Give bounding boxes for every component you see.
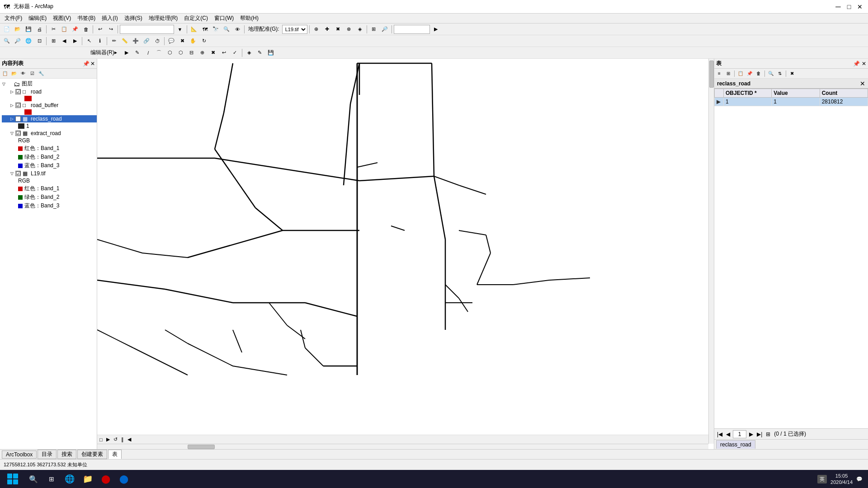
- reclass-road-checkbox[interactable]: ☑: [15, 116, 21, 122]
- table-btn-options[interactable]: ≡: [715, 70, 723, 78]
- map-nav-btn5[interactable]: ◀: [126, 436, 132, 442]
- l19-checkbox[interactable]: ☑: [15, 171, 21, 176]
- close-button[interactable]: ✕: [855, 2, 864, 11]
- toc-pin-button[interactable]: 📌: [83, 61, 90, 67]
- open-button[interactable]: 📂: [13, 24, 23, 34]
- georef-btn1[interactable]: ⊕: [311, 24, 321, 34]
- undo-button[interactable]: ↩: [95, 24, 105, 34]
- zoom-in[interactable]: 🔍: [2, 36, 12, 46]
- georef-btn5[interactable]: ◈: [355, 24, 365, 34]
- toc-item-reclass-road[interactable]: ▷ ☑ ▦ reclass_road: [2, 115, 97, 122]
- tab-create-features[interactable]: 创建要素: [77, 450, 107, 459]
- time-slider[interactable]: ⏱: [152, 36, 162, 46]
- menu-customize[interactable]: 自定义(C): [181, 14, 211, 23]
- table-btn-copy[interactable]: 📋: [736, 70, 745, 78]
- col-objectid[interactable]: OBJECTID *: [724, 89, 772, 98]
- nav-prev[interactable]: ◀: [725, 431, 731, 437]
- map-area[interactable]: □ ▶ ↺ ‖ ◀: [97, 59, 714, 449]
- editor-edit[interactable]: ✎: [255, 48, 265, 58]
- toc-item-road[interactable]: ▷ ☑ □ road: [2, 88, 97, 95]
- toc-group-layers[interactable]: ▽ 🗂 图层: [0, 80, 97, 88]
- redo-button[interactable]: ↪: [106, 24, 116, 34]
- editor-snapping[interactable]: ◈: [244, 48, 254, 58]
- magnifier[interactable]: 🔍: [222, 24, 231, 34]
- map-canvas[interactable]: [97, 59, 714, 449]
- map-nav-btn1[interactable]: □: [98, 437, 104, 442]
- table-row[interactable]: ▶ 1 1 2810812: [715, 98, 868, 106]
- delete-button[interactable]: 🗑: [81, 24, 91, 34]
- table-btn-select[interactable]: ⊞: [724, 70, 732, 78]
- tab-catalog[interactable]: 目录: [38, 450, 57, 459]
- maximize-button[interactable]: □: [844, 2, 854, 11]
- editor-btn11[interactable]: ✓: [230, 48, 240, 58]
- full-extent[interactable]: ⊞: [48, 36, 58, 46]
- table-body-wrapper[interactable]: OBJECTID * Value Count ▶ 1 1 2810812: [714, 89, 868, 428]
- tab-search[interactable]: 搜索: [57, 450, 76, 459]
- editor-btn1[interactable]: ▶: [122, 48, 132, 58]
- table-btn-sort[interactable]: ⇅: [776, 70, 784, 78]
- toc-item-extract-road[interactable]: ▽ ☑ ▦ extract_road: [2, 130, 97, 137]
- save-button[interactable]: 💾: [24, 24, 33, 34]
- editor-btn4[interactable]: ⌒: [154, 48, 164, 58]
- zoom-out[interactable]: 🔎: [13, 36, 23, 46]
- map-tips[interactable]: 💬: [166, 36, 176, 46]
- rotate-tool[interactable]: ↻: [199, 36, 209, 46]
- map-hscroll-thumb[interactable]: [188, 445, 215, 449]
- table-btn-delete[interactable]: 🗑: [755, 70, 763, 78]
- map-nav-btn4[interactable]: ‖: [120, 436, 125, 442]
- georef-btn2[interactable]: ✚: [322, 24, 332, 34]
- menu-geoprocessing[interactable]: 地理处理(R): [146, 14, 181, 23]
- georef-btn3[interactable]: ✖: [333, 24, 343, 34]
- col-value[interactable]: Value: [772, 89, 820, 98]
- nav-next[interactable]: ▶: [748, 431, 754, 437]
- find-input[interactable]: [394, 25, 430, 34]
- toc-list-by-source[interactable]: 📂: [10, 70, 18, 78]
- editor-btn3[interactable]: /: [143, 48, 153, 58]
- globe-btn[interactable]: 🌐: [24, 36, 33, 46]
- copy-button[interactable]: 📋: [59, 24, 69, 34]
- col-count[interactable]: Count: [820, 89, 868, 98]
- editor-btn10[interactable]: ↩: [219, 48, 229, 58]
- next-extent[interactable]: ▶: [70, 36, 80, 46]
- menu-view[interactable]: 视图(V): [50, 14, 74, 23]
- paste-button[interactable]: 📌: [70, 24, 80, 34]
- menu-edit[interactable]: 编辑(E): [26, 14, 49, 23]
- menu-bookmark[interactable]: 书签(B): [75, 14, 98, 23]
- editor-save[interactable]: 💾: [266, 48, 276, 58]
- editor-btn5[interactable]: ⬡: [165, 48, 175, 58]
- table-btn-find[interactable]: 🔍: [767, 70, 775, 78]
- map-nav-btn2[interactable]: ▶: [105, 436, 111, 442]
- menu-window[interactable]: 窗口(W): [212, 14, 236, 23]
- editor-btn2[interactable]: ✎: [132, 48, 142, 58]
- info-tool[interactable]: ℹ: [95, 36, 105, 46]
- new-button[interactable]: 📄: [2, 24, 12, 34]
- prev-extent[interactable]: ◀: [59, 36, 69, 46]
- nav-last[interactable]: ▶|: [756, 431, 763, 437]
- taskbar-chrome[interactable]: 🌐: [61, 471, 78, 487]
- toc-item-road-buffer[interactable]: ▷ ☑ □ road_buffer: [2, 102, 97, 109]
- menu-insert[interactable]: 插入(I): [99, 14, 120, 23]
- layout-view[interactable]: 📐: [189, 24, 199, 34]
- taskbar-app1[interactable]: ⬤: [98, 471, 114, 487]
- taskbar-taskview[interactable]: ⊞: [43, 471, 60, 487]
- expand-layers-icon[interactable]: ▽: [1, 81, 6, 87]
- data-view[interactable]: 🗺: [200, 24, 210, 34]
- start-button[interactable]: [2, 471, 24, 487]
- measure-tool[interactable]: 📏: [120, 36, 130, 46]
- toc-list-by-drawing[interactable]: 📋: [1, 70, 9, 78]
- table-name-close[interactable]: ✕: [860, 80, 865, 87]
- editor-label[interactable]: 编辑器(R)▸: [90, 49, 117, 56]
- overview[interactable]: 🔭: [211, 24, 221, 34]
- print-button[interactable]: 🖨: [34, 24, 44, 34]
- map-nav-btn3[interactable]: ↺: [112, 436, 119, 442]
- editor-btn6[interactable]: ⬡: [176, 48, 186, 58]
- tab-table[interactable]: 表: [108, 450, 122, 459]
- clear-sel[interactable]: ✖: [177, 36, 187, 46]
- expand-reclass-road-icon[interactable]: ▷: [9, 116, 14, 122]
- road-buffer-checkbox[interactable]: ☑: [15, 103, 21, 108]
- minimize-button[interactable]: ─: [834, 2, 843, 11]
- road-checkbox[interactable]: ☑: [15, 89, 21, 94]
- table-btn-paste[interactable]: 📌: [745, 70, 754, 78]
- scale-input[interactable]: [120, 25, 174, 34]
- expand-road-buffer-icon[interactable]: ▷: [9, 103, 14, 108]
